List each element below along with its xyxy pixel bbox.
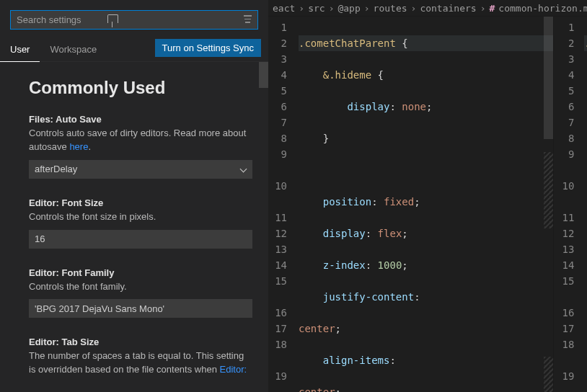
setting-scope: Editor:: [29, 197, 59, 208]
setting-scope: Files:: [29, 114, 53, 125]
setting-desc-text: Controls the font size in pixels.: [29, 210, 252, 224]
setting-name: Font Family: [62, 267, 115, 278]
chevron-right-icon: ›: [480, 3, 486, 14]
tab-user[interactable]: User: [0, 38, 40, 62]
setting-desc-text: Controls auto save of dirty editors. Rea…: [29, 128, 246, 152]
setting-scope: Editor:: [29, 337, 59, 347]
setting-name: Auto Save: [56, 114, 102, 125]
setting-name: Font Size: [62, 197, 104, 208]
editor-secondary[interactable]: 12345678910111213141516171819 .comet &. …: [553, 17, 587, 392]
crumb[interactable]: containers: [420, 3, 476, 14]
overview-mark: [544, 357, 553, 392]
chevron-down-icon: [239, 166, 247, 173]
page-title: Commonly Used: [29, 78, 257, 98]
search-input[interactable]: [10, 10, 258, 30]
setting-tab-size: Editor: Tab Size The number of spaces a …: [29, 337, 257, 377]
tab-workspace[interactable]: Workspace: [40, 38, 107, 61]
crumb[interactable]: src: [308, 3, 325, 14]
setting-font-size: Editor: Font Size Controls the font size…: [29, 197, 257, 249]
select-value: afterDelay: [35, 164, 77, 174]
filter-icon[interactable]: [242, 15, 252, 25]
auto-save-select[interactable]: afterDelay: [29, 160, 252, 179]
setting-scope: Editor:: [29, 267, 59, 278]
font-family-input[interactable]: [29, 299, 252, 318]
setting-desc-text: Controls the font family.: [29, 280, 252, 294]
settings-body: Commonly Used Files: Auto Save Controls …: [0, 62, 268, 392]
chevron-right-icon: ›: [329, 3, 335, 14]
font-family-field[interactable]: [35, 303, 247, 314]
search-wrap: [0, 0, 268, 35]
overview-mark: [544, 152, 553, 228]
breadcrumb[interactable]: eact › src › @app › routes › containers …: [268, 0, 587, 17]
file-icon: #: [490, 3, 495, 14]
editor-area: eact › src › @app › routes › containers …: [268, 0, 587, 392]
crumb[interactable]: common-horizon.module.s: [498, 3, 587, 14]
crumb[interactable]: routes: [374, 3, 407, 14]
chevron-right-icon: ›: [411, 3, 417, 14]
line-gutter: 12345678910111213141516171819: [554, 17, 583, 392]
line-gutter: 12345678910111213141516171819: [268, 17, 297, 392]
chevron-right-icon: ›: [364, 3, 370, 14]
autosave-link[interactable]: here: [69, 141, 88, 152]
crumb[interactable]: @app: [337, 3, 360, 14]
settings-tabs-row: User Workspace Turn on Settings Sync: [0, 38, 268, 62]
setting-desc-text: The number of spaces a tab is equal to. …: [29, 350, 244, 375]
tab-size-link[interactable]: Editor:: [220, 364, 247, 375]
code-content[interactable]: .comet &. } po di z- ju al wi he to le b…: [583, 17, 587, 392]
settings-panel: User Workspace Turn on Settings Sync Com…: [0, 0, 268, 392]
editor-main[interactable]: 12345678910111213141516171819 .cometChat…: [268, 17, 553, 392]
editor-scrollbar[interactable]: [544, 17, 553, 392]
chevron-right-icon: ›: [299, 3, 304, 14]
font-size-field[interactable]: [35, 233, 247, 244]
code-content[interactable]: .cometChatParent { &.hideme { display: n…: [297, 17, 553, 392]
font-size-input[interactable]: [29, 230, 252, 249]
settings-sync-button[interactable]: Turn on Settings Sync: [155, 39, 261, 57]
setting-font-family: Editor: Font Family Controls the font fa…: [29, 267, 257, 318]
text-cursor-icon: [112, 14, 112, 27]
settings-scrollbar[interactable]: [259, 62, 268, 392]
setting-auto-save: Files: Auto Save Controls auto save of d…: [29, 114, 257, 179]
crumb[interactable]: eact: [273, 3, 295, 14]
setting-name: Tab Size: [62, 337, 100, 347]
scrollbar-thumb[interactable]: [544, 17, 553, 139]
scrollbar-thumb[interactable]: [259, 62, 268, 88]
